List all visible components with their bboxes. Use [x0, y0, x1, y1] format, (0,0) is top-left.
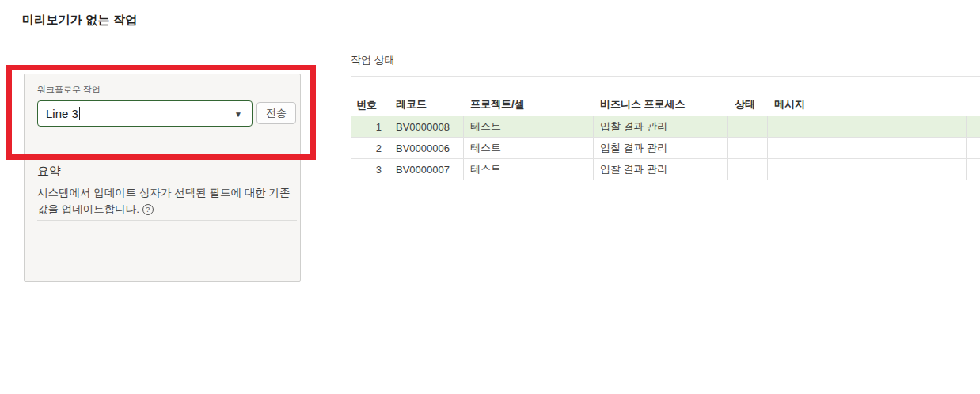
help-icon[interactable]: ? — [142, 204, 154, 215]
cell-stub — [967, 116, 980, 137]
cell-process: 입찰 결과 관리 — [594, 159, 728, 180]
panel-divider — [37, 220, 297, 221]
cell-status — [728, 159, 768, 180]
workflow-job-label: 워크플로우 작업 — [37, 84, 101, 96]
summary-text-content: 시스템에서 업데이트 상자가 선택된 필드에 대한 기존 값을 업데이트합니다. — [37, 187, 291, 215]
table-row[interactable]: 2 BV0000006 테스트 입찰 결과 관리 — [351, 138, 980, 159]
summary-title: 요약 — [37, 164, 61, 179]
workflow-job-combobox[interactable]: Line 3 ▼ — [37, 100, 253, 127]
cell-record: BV0000006 — [389, 138, 464, 158]
combobox-value: Line 3 — [46, 107, 78, 120]
col-header-record: 레코드 — [389, 97, 464, 112]
chevron-down-icon[interactable]: ▼ — [234, 109, 242, 118]
cell-status — [728, 138, 768, 158]
table-row[interactable]: 3 BV0000007 테스트 입찰 결과 관리 — [351, 159, 980, 180]
cell-stub — [967, 159, 980, 180]
cell-number: 3 — [351, 159, 389, 180]
cell-stub — [967, 138, 980, 158]
cell-status — [728, 116, 768, 137]
cell-record: BV0000008 — [389, 116, 464, 137]
text-cursor — [79, 107, 80, 120]
cell-project: 테스트 — [464, 116, 594, 137]
summary-text: 시스템에서 업데이트 상자가 선택된 필드에 대한 기존 값을 업데이트합니다.… — [37, 185, 298, 218]
col-header-status: 상태 — [728, 97, 768, 112]
job-status-table: 번호 레코드 프로젝트/셀 비즈니스 프로세스 상태 메시지 1 BV00000… — [351, 81, 980, 180]
col-header-message: 메시지 — [768, 97, 967, 112]
table-body: 1 BV0000008 테스트 입찰 결과 관리 2 BV0000006 테스트… — [351, 116, 980, 180]
page: 미리보기가 없는 작업 워크플로우 작업 Line 3 ▼ 전송 요약 시스템에… — [0, 0, 980, 394]
job-status-title: 작업 상태 — [351, 53, 395, 67]
cell-number: 1 — [351, 116, 389, 137]
cell-number: 2 — [351, 138, 389, 158]
table-header-row: 번호 레코드 프로젝트/셀 비즈니스 프로세스 상태 메시지 — [351, 81, 980, 116]
cell-process: 입찰 결과 관리 — [594, 116, 728, 137]
page-title: 미리보기가 없는 작업 — [22, 13, 138, 28]
workflow-panel: 워크플로우 작업 Line 3 ▼ 전송 요약 시스템에서 업데이트 상자가 선… — [24, 74, 301, 282]
cell-process: 입찰 결과 관리 — [594, 138, 728, 158]
job-status-divider — [351, 76, 980, 77]
cell-project: 테스트 — [464, 159, 594, 180]
col-header-business-process: 비즈니스 프로세스 — [594, 97, 728, 112]
cell-message — [768, 116, 967, 137]
col-header-number: 번호 — [351, 99, 389, 112]
col-header-project-cell: 프로젝트/셀 — [464, 97, 594, 112]
cell-message — [768, 159, 967, 180]
submit-button[interactable]: 전송 — [256, 102, 296, 124]
cell-project: 테스트 — [464, 138, 594, 158]
cell-record: BV0000007 — [389, 159, 464, 180]
cell-message — [768, 138, 967, 158]
table-row[interactable]: 1 BV0000008 테스트 입찰 결과 관리 — [351, 116, 980, 138]
